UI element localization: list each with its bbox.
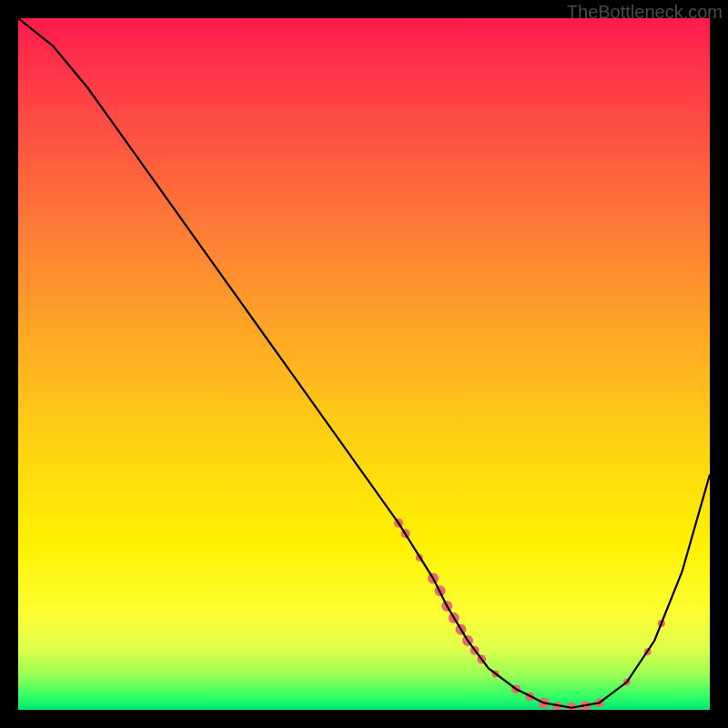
watermark-text: TheBottleneck.com (567, 2, 723, 23)
main-curve (18, 18, 710, 708)
chart-container: TheBottleneck.com (0, 0, 728, 728)
chart-svg (18, 18, 710, 710)
plot-area (18, 18, 710, 710)
data-markers (394, 519, 665, 710)
